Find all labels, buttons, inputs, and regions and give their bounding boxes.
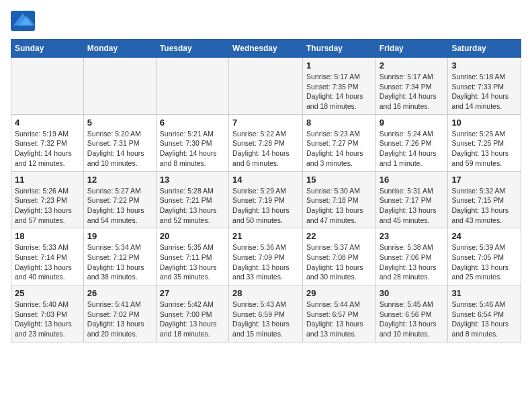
day-number: 15	[306, 175, 372, 185]
calendar-cell: 27Sunrise: 5:42 AM Sunset: 7:00 PM Dayli…	[156, 285, 228, 342]
day-number: 28	[232, 288, 299, 298]
day-number: 13	[160, 175, 225, 185]
calendar-week: 18Sunrise: 5:33 AM Sunset: 7:14 PM Dayli…	[11, 228, 521, 285]
day-number: 20	[160, 231, 225, 241]
calendar-cell	[156, 58, 228, 115]
calendar-cell	[229, 58, 303, 115]
day-number: 22	[306, 231, 372, 241]
calendar-cell: 14Sunrise: 5:29 AM Sunset: 7:19 PM Dayli…	[229, 171, 303, 228]
calendar-cell: 31Sunrise: 5:46 AM Sunset: 6:54 PM Dayli…	[448, 285, 521, 342]
logo-icon	[11, 11, 35, 31]
calendar-cell	[83, 58, 156, 115]
calendar-cell: 17Sunrise: 5:32 AM Sunset: 7:15 PM Dayli…	[448, 171, 521, 228]
calendar-cell: 6Sunrise: 5:21 AM Sunset: 7:30 PM Daylig…	[156, 114, 228, 171]
calendar-cell: 20Sunrise: 5:35 AM Sunset: 7:11 PM Dayli…	[156, 228, 228, 285]
calendar-cell: 8Sunrise: 5:23 AM Sunset: 7:27 PM Daylig…	[302, 114, 375, 171]
calendar-cell: 12Sunrise: 5:27 AM Sunset: 7:22 PM Dayli…	[83, 171, 156, 228]
day-info: Sunrise: 5:32 AM Sunset: 7:15 PM Dayligh…	[451, 186, 517, 226]
day-info: Sunrise: 5:38 AM Sunset: 7:06 PM Dayligh…	[380, 242, 445, 282]
day-info: Sunrise: 5:26 AM Sunset: 7:23 PM Dayligh…	[15, 186, 80, 226]
header-day: Friday	[375, 40, 448, 58]
header-row: SundayMondayTuesdayWednesdayThursdayFrid…	[11, 40, 521, 58]
day-info: Sunrise: 5:23 AM Sunset: 7:27 PM Dayligh…	[306, 129, 372, 169]
day-info: Sunrise: 5:30 AM Sunset: 7:18 PM Dayligh…	[306, 186, 372, 226]
calendar-cell: 10Sunrise: 5:25 AM Sunset: 7:25 PM Dayli…	[448, 114, 521, 171]
day-number: 14	[232, 175, 299, 185]
header-day: Wednesday	[229, 40, 303, 58]
day-info: Sunrise: 5:34 AM Sunset: 7:12 PM Dayligh…	[87, 242, 152, 282]
calendar-cell: 9Sunrise: 5:24 AM Sunset: 7:26 PM Daylig…	[375, 114, 448, 171]
day-info: Sunrise: 5:43 AM Sunset: 6:59 PM Dayligh…	[232, 300, 299, 339]
calendar-cell: 7Sunrise: 5:22 AM Sunset: 7:28 PM Daylig…	[229, 114, 303, 171]
calendar-cell: 30Sunrise: 5:45 AM Sunset: 6:56 PM Dayli…	[375, 285, 448, 342]
day-info: Sunrise: 5:22 AM Sunset: 7:28 PM Dayligh…	[232, 129, 299, 169]
day-info: Sunrise: 5:40 AM Sunset: 7:03 PM Dayligh…	[15, 300, 80, 339]
calendar-cell: 11Sunrise: 5:26 AM Sunset: 7:23 PM Dayli…	[11, 171, 84, 228]
calendar-cell: 13Sunrise: 5:28 AM Sunset: 7:21 PM Dayli…	[156, 171, 228, 228]
day-number: 4	[15, 118, 80, 128]
calendar-cell: 3Sunrise: 5:18 AM Sunset: 7:33 PM Daylig…	[448, 58, 521, 115]
calendar-cell: 4Sunrise: 5:19 AM Sunset: 7:32 PM Daylig…	[11, 114, 84, 171]
calendar-cell: 28Sunrise: 5:43 AM Sunset: 6:59 PM Dayli…	[229, 285, 303, 342]
calendar-cell: 18Sunrise: 5:33 AM Sunset: 7:14 PM Dayli…	[11, 228, 84, 285]
header-day: Saturday	[448, 40, 521, 58]
day-number: 8	[306, 118, 372, 128]
day-info: Sunrise: 5:21 AM Sunset: 7:30 PM Dayligh…	[160, 129, 225, 169]
calendar-week: 11Sunrise: 5:26 AM Sunset: 7:23 PM Dayli…	[11, 171, 521, 228]
day-number: 30	[380, 288, 445, 298]
day-info: Sunrise: 5:36 AM Sunset: 7:09 PM Dayligh…	[232, 242, 299, 282]
calendar-table: SundayMondayTuesdayWednesdayThursdayFrid…	[11, 39, 521, 342]
day-number: 9	[380, 118, 445, 128]
page-header	[11, 11, 521, 31]
day-number: 12	[87, 175, 152, 185]
calendar-cell: 23Sunrise: 5:38 AM Sunset: 7:06 PM Dayli…	[375, 228, 448, 285]
calendar-cell: 25Sunrise: 5:40 AM Sunset: 7:03 PM Dayli…	[11, 285, 84, 342]
calendar-cell: 29Sunrise: 5:44 AM Sunset: 6:57 PM Dayli…	[302, 285, 375, 342]
day-info: Sunrise: 5:46 AM Sunset: 6:54 PM Dayligh…	[451, 300, 517, 339]
day-number: 29	[306, 288, 372, 298]
day-info: Sunrise: 5:19 AM Sunset: 7:32 PM Dayligh…	[15, 129, 80, 169]
day-info: Sunrise: 5:31 AM Sunset: 7:17 PM Dayligh…	[380, 186, 445, 226]
day-number: 17	[451, 175, 517, 185]
header-day: Tuesday	[156, 40, 228, 58]
day-info: Sunrise: 5:41 AM Sunset: 7:02 PM Dayligh…	[87, 300, 152, 339]
day-info: Sunrise: 5:29 AM Sunset: 7:19 PM Dayligh…	[232, 186, 299, 226]
calendar-cell: 16Sunrise: 5:31 AM Sunset: 7:17 PM Dayli…	[375, 171, 448, 228]
day-info: Sunrise: 5:25 AM Sunset: 7:25 PM Dayligh…	[451, 129, 517, 169]
day-number: 11	[15, 175, 80, 185]
calendar-cell: 1Sunrise: 5:17 AM Sunset: 7:35 PM Daylig…	[302, 58, 375, 115]
day-number: 5	[87, 118, 152, 128]
calendar-week: 1Sunrise: 5:17 AM Sunset: 7:35 PM Daylig…	[11, 58, 521, 115]
day-number: 27	[160, 288, 225, 298]
calendar-cell: 24Sunrise: 5:39 AM Sunset: 7:05 PM Dayli…	[448, 228, 521, 285]
calendar-cell: 5Sunrise: 5:20 AM Sunset: 7:31 PM Daylig…	[83, 114, 156, 171]
day-number: 6	[160, 118, 225, 128]
calendar-cell: 15Sunrise: 5:30 AM Sunset: 7:18 PM Dayli…	[302, 171, 375, 228]
calendar-cell	[11, 58, 84, 115]
calendar-cell: 19Sunrise: 5:34 AM Sunset: 7:12 PM Dayli…	[83, 228, 156, 285]
day-number: 1	[306, 60, 372, 71]
day-number: 16	[380, 175, 445, 185]
calendar-cell: 22Sunrise: 5:37 AM Sunset: 7:08 PM Dayli…	[302, 228, 375, 285]
calendar-cell: 21Sunrise: 5:36 AM Sunset: 7:09 PM Dayli…	[229, 228, 303, 285]
header-day: Sunday	[11, 40, 84, 58]
day-number: 23	[380, 231, 445, 241]
day-info: Sunrise: 5:17 AM Sunset: 7:34 PM Dayligh…	[380, 72, 445, 111]
calendar-week: 4Sunrise: 5:19 AM Sunset: 7:32 PM Daylig…	[11, 114, 521, 171]
day-number: 21	[232, 231, 299, 241]
day-info: Sunrise: 5:24 AM Sunset: 7:26 PM Dayligh…	[380, 129, 445, 169]
header-day: Thursday	[302, 40, 375, 58]
header-day: Monday	[83, 40, 156, 58]
day-info: Sunrise: 5:35 AM Sunset: 7:11 PM Dayligh…	[160, 242, 225, 282]
day-number: 7	[232, 118, 299, 128]
calendar-cell: 2Sunrise: 5:17 AM Sunset: 7:34 PM Daylig…	[375, 58, 448, 115]
day-info: Sunrise: 5:39 AM Sunset: 7:05 PM Dayligh…	[451, 242, 517, 282]
day-info: Sunrise: 5:28 AM Sunset: 7:21 PM Dayligh…	[160, 186, 225, 226]
day-number: 24	[451, 231, 517, 241]
logo	[11, 11, 38, 31]
day-number: 19	[87, 231, 152, 241]
day-number: 2	[380, 60, 445, 71]
day-info: Sunrise: 5:37 AM Sunset: 7:08 PM Dayligh…	[306, 242, 372, 282]
day-number: 31	[451, 288, 517, 298]
day-number: 25	[15, 288, 80, 298]
